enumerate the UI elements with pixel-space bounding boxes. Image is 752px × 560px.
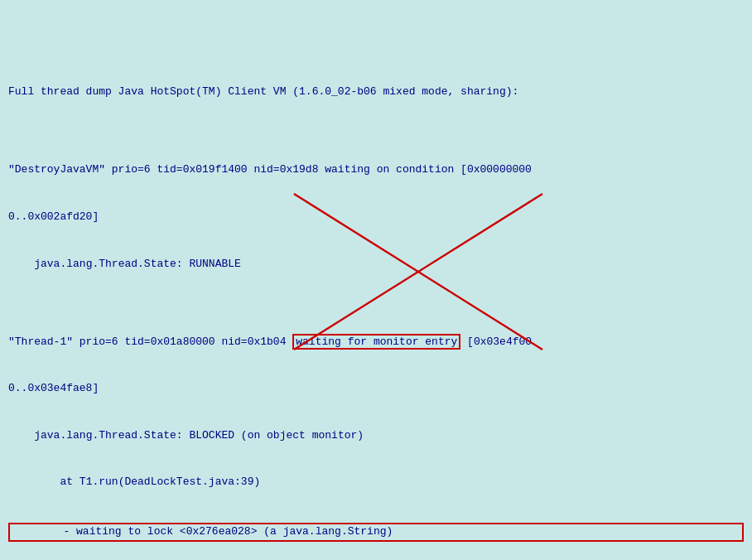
thread1-at1: at T1.run(DeadLockTest.java:39) <box>8 475 744 490</box>
header-line: Full thread dump Java HotSpot(TM) Client… <box>8 84 744 100</box>
thread1-addr2: 0..0x03e4fae8] <box>8 381 744 397</box>
thread1-state: java.lang.Thread.State: BLOCKED (on obje… <box>8 428 744 444</box>
waiting-for-monitor-entry-badge: waiting for monitor entry <box>292 334 460 350</box>
terminal-output: Full thread dump Java HotSpot(TM) Client… <box>3 3 749 560</box>
thread1-waiting-lock-box: - waiting to lock <0x276ea028> (a java.l… <box>8 523 744 542</box>
destroy-line2: 0..0x002afd20] <box>8 210 744 225</box>
thread1-header-line: "Thread-1" prio=6 tid=0x01a80000 nid=0x1… <box>8 335 744 350</box>
thread1-waiting-line: - waiting to lock <0x276ea028> (a java.l… <box>8 523 744 542</box>
destroy-line1: "DestroyJavaVM" prio=6 tid=0x019f1400 ni… <box>8 162 744 178</box>
destroy-state: java.lang.Thread.State: RUNNABLE <box>8 257 744 273</box>
